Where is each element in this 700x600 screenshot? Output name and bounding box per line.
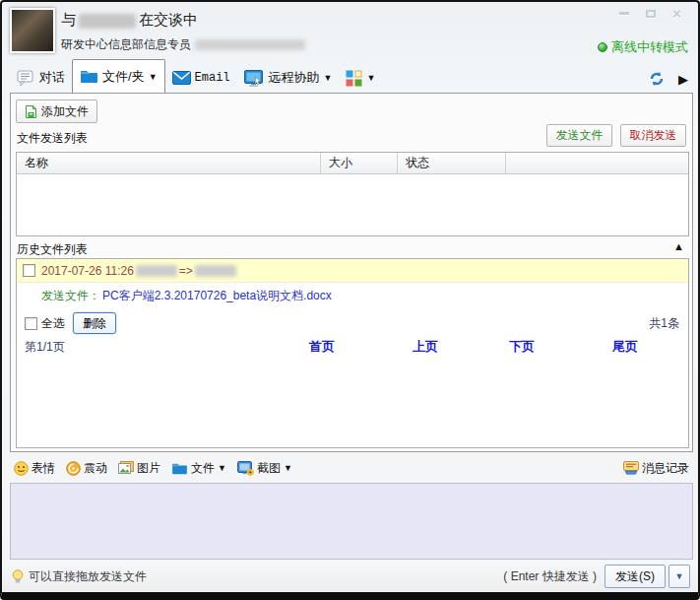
screenshot-icon bbox=[237, 461, 254, 476]
file-transfer-panel: 添加文件 文件发送列表 发送文件 取消发送 名称 大小 状态 历史文件列表 ▲ … bbox=[10, 93, 693, 452]
pager-last-link[interactable]: 尾页 bbox=[612, 338, 638, 356]
message-history-icon bbox=[623, 461, 639, 475]
select-all-checkbox[interactable] bbox=[25, 317, 37, 330]
message-history-button[interactable]: 消息记录 bbox=[623, 460, 689, 477]
tab-apps[interactable]: ▼ bbox=[339, 63, 382, 93]
remote-desktop-icon bbox=[244, 70, 265, 87]
pager-first-link[interactable]: 首页 bbox=[309, 338, 335, 356]
redacted-contact-info bbox=[195, 39, 305, 50]
send-file-table-header: 名称 大小 状态 bbox=[17, 153, 688, 174]
add-file-icon bbox=[25, 104, 37, 119]
shake-label: 震动 bbox=[84, 460, 107, 477]
history-item-file-row: 发送文件： PC客户端2.3.20170726_beta说明文档.docx bbox=[17, 283, 688, 308]
column-header-size[interactable]: 大小 bbox=[321, 153, 398, 173]
tab-files[interactable]: 文件/夹 ▼ bbox=[72, 59, 165, 93]
send-file-label: 发送文件 bbox=[556, 127, 604, 144]
email-icon bbox=[172, 71, 191, 85]
chat-window: 与在交谈中 研发中心信息部信息专员 × 离线中转模式 对话 文件/夹 ▼ bbox=[0, 0, 700, 600]
maximize-button[interactable] bbox=[637, 5, 664, 22]
message-history-label: 消息记录 bbox=[642, 460, 689, 477]
shake-icon bbox=[66, 461, 81, 476]
file-button[interactable]: 文件 ▼ bbox=[171, 460, 226, 477]
emoticon-label: 表情 bbox=[32, 460, 55, 477]
chevron-down-icon: ▼ bbox=[324, 73, 333, 83]
column-header-name[interactable]: 名称 bbox=[17, 153, 321, 173]
chevron-down-icon: ▼ bbox=[284, 463, 292, 473]
drag-drop-hint: 可以直接拖放发送文件 bbox=[12, 568, 147, 585]
collapse-icon[interactable]: ▲ bbox=[673, 240, 684, 252]
send-file-list-body bbox=[17, 174, 688, 235]
emoticon-button[interactable]: 表情 bbox=[14, 460, 55, 477]
history-item-datetime: 2017-07-26 11:26 bbox=[41, 264, 134, 278]
status-dot-icon bbox=[598, 42, 607, 52]
redacted-receiver-name bbox=[195, 265, 236, 277]
screenshot-button[interactable]: 截图 ▼ bbox=[237, 460, 292, 477]
chat-bubble-icon bbox=[17, 70, 35, 86]
add-file-label: 添加文件 bbox=[41, 103, 89, 120]
tab-remote-assist-label: 远程协助 bbox=[269, 69, 320, 87]
close-icon: × bbox=[672, 6, 681, 21]
pager-prev-link[interactable]: 上页 bbox=[413, 338, 438, 356]
status-bar: 可以直接拖放发送文件 ( Enter 快捷发送 ) 发送(S) ▼ bbox=[2, 561, 698, 592]
chevron-down-icon: ▼ bbox=[149, 72, 158, 82]
send-file-button[interactable]: 发送文件 bbox=[546, 124, 612, 147]
close-button[interactable]: × bbox=[664, 5, 690, 22]
history-item-row[interactable]: 2017-07-26 11:26 => bbox=[17, 259, 688, 283]
column-header-extra bbox=[506, 153, 688, 173]
drag-drop-hint-label: 可以直接拖放发送文件 bbox=[29, 568, 147, 585]
sync-button[interactable] bbox=[649, 71, 665, 87]
delete-button[interactable]: 删除 bbox=[73, 312, 116, 334]
history-controls: 全选 删除 bbox=[17, 311, 688, 335]
screenshot-label: 截图 bbox=[257, 460, 281, 477]
tab-chat[interactable]: 对话 bbox=[10, 63, 72, 93]
image-label: 图片 bbox=[137, 460, 160, 477]
window-controls: × bbox=[610, 5, 690, 22]
send-options-button[interactable]: ▼ bbox=[668, 565, 690, 588]
tab-email-label: Email bbox=[195, 71, 230, 85]
tab-email[interactable]: Email bbox=[165, 63, 237, 93]
status-label: 离线中转模式 bbox=[611, 38, 688, 56]
column-header-status[interactable]: 状态 bbox=[398, 153, 506, 173]
connection-status: 离线中转模式 bbox=[598, 38, 688, 56]
smiley-icon bbox=[14, 461, 29, 476]
contact-subtitle: 研发中心信息部信息专员 bbox=[61, 36, 305, 53]
chevron-down-icon: ▼ bbox=[218, 463, 226, 473]
history-title: 历史文件列表 bbox=[17, 241, 88, 258]
pager-next-link[interactable]: 下页 bbox=[509, 338, 535, 356]
file-label: 文件 bbox=[191, 460, 215, 477]
minimize-icon bbox=[619, 12, 629, 15]
toolbar-right: ▶ bbox=[649, 71, 688, 93]
send-list-title: 文件发送列表 bbox=[17, 130, 88, 147]
tab-remote-assist[interactable]: 远程协助 ▼ bbox=[237, 63, 340, 93]
tab-bar: 对话 文件/夹 ▼ Email 远程协助 ▼ ▼ bbox=[2, 59, 698, 93]
maximize-icon bbox=[646, 10, 656, 18]
select-all-label: 全选 bbox=[41, 315, 65, 332]
delete-label: 删除 bbox=[83, 316, 106, 330]
file-direction-label: 发送文件： bbox=[41, 288, 100, 304]
folder-icon bbox=[171, 462, 188, 475]
send-file-table: 名称 大小 状态 bbox=[16, 152, 689, 236]
message-input[interactable] bbox=[10, 483, 693, 560]
cancel-send-button[interactable]: 取消发送 bbox=[620, 124, 686, 147]
history-file-name[interactable]: PC客户端2.3.20170726_beta说明文档.docx bbox=[102, 288, 332, 304]
transfer-arrow: => bbox=[179, 264, 193, 278]
image-button[interactable]: 图片 bbox=[118, 460, 160, 477]
avatar[interactable] bbox=[10, 8, 55, 53]
send-button[interactable]: 发送(S) bbox=[605, 565, 666, 588]
redacted-contact-name bbox=[79, 14, 136, 29]
title-suffix: 在交谈中 bbox=[139, 11, 198, 28]
shake-button[interactable]: 震动 bbox=[66, 460, 107, 477]
bulb-icon bbox=[12, 569, 24, 584]
minimize-button[interactable] bbox=[610, 5, 637, 22]
add-file-button[interactable]: 添加文件 bbox=[16, 100, 97, 123]
contact-role: 研发中心信息部信息专员 bbox=[61, 37, 191, 51]
folder-icon bbox=[80, 69, 98, 84]
enter-shortcut-hint: ( Enter 快捷发送 ) bbox=[503, 568, 597, 585]
history-list: 2017-07-26 11:26 => 发送文件： PC客户端2.3.20170… bbox=[16, 258, 689, 448]
cancel-send-label: 取消发送 bbox=[630, 127, 677, 144]
expand-toolbar-button[interactable]: ▶ bbox=[678, 72, 688, 87]
chevron-down-icon: ▼ bbox=[366, 73, 375, 83]
page-indicator: 第1/1页 bbox=[25, 339, 65, 356]
history-item-checkbox[interactable] bbox=[23, 264, 35, 277]
composer-toolbar: 表情 震动 图片 文件 ▼ 截图 ▼ bbox=[10, 454, 693, 482]
